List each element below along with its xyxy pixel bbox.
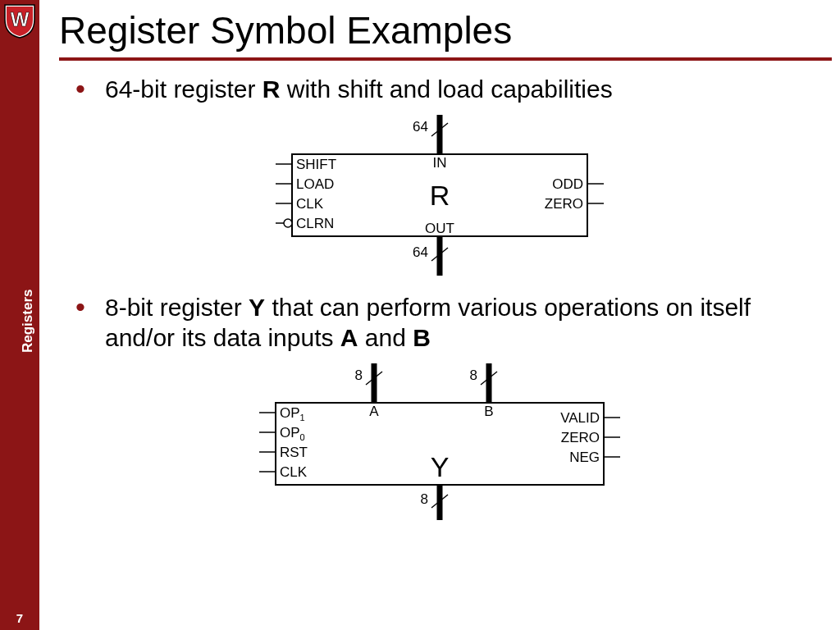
text: 8-bit register [105, 294, 249, 321]
pin-valid: VALID [560, 410, 600, 426]
sidebar: W Registers 7 [0, 0, 39, 630]
pin-zero: ZERO [561, 430, 600, 445]
port-a: A [369, 404, 379, 419]
active-low-bubble-icon [284, 219, 292, 227]
port-b: B [484, 404, 493, 419]
pin-clrn: CLRN [296, 216, 334, 231]
text-bold: Y [249, 294, 265, 321]
svg-text:W: W [11, 8, 30, 30]
pin-clk: CLK [296, 196, 324, 212]
register-r-diagram: 64 R IN OUT 64 SHIFT LOAD CLK CLRN ODD Z… [243, 113, 637, 277]
pin-zero: ZERO [545, 196, 583, 212]
bus-width-b: 8 [470, 368, 477, 383]
bus-width-bottom: 64 [413, 244, 428, 260]
text-bold: R [262, 75, 281, 103]
bus-width-out: 8 [421, 491, 428, 507]
port-out: OUT [425, 221, 454, 236]
text: with shift and load capabilities [280, 75, 612, 103]
page-number: 7 [0, 611, 39, 625]
pin-shift: SHIFT [296, 157, 336, 172]
sidebar-section-label: Registers [20, 290, 36, 353]
bullet-2: 8-bit register Y that can perform variou… [72, 292, 825, 354]
title-rule [59, 57, 832, 61]
port-in: IN [433, 155, 447, 171]
slide-content: Register Symbol Examples 64-bit register… [39, 0, 840, 630]
register-name: R [430, 180, 450, 211]
pin-clk: CLK [280, 464, 308, 480]
pin-load: LOAD [296, 176, 334, 192]
text-bold: B [413, 324, 431, 351]
text: and [358, 324, 413, 351]
bullet-1: 64-bit register R with shift and load ca… [72, 74, 825, 105]
text-bold: A [340, 324, 358, 351]
bus-width-a: 8 [355, 368, 363, 383]
pin-odd: ODD [552, 176, 583, 192]
register-y-diagram: 8 8 A B Y 8 OP1 OP0 RST CLK VALID ZERO N… [226, 362, 653, 522]
university-crest-icon: W [3, 3, 36, 39]
pin-rst: RST [280, 445, 308, 460]
pin-neg: NEG [569, 450, 600, 465]
page-title: Register Symbol Examples [59, 8, 840, 52]
bus-width-top: 64 [413, 119, 428, 135]
text: 64-bit register [105, 75, 262, 103]
register-name: Y [431, 451, 450, 482]
